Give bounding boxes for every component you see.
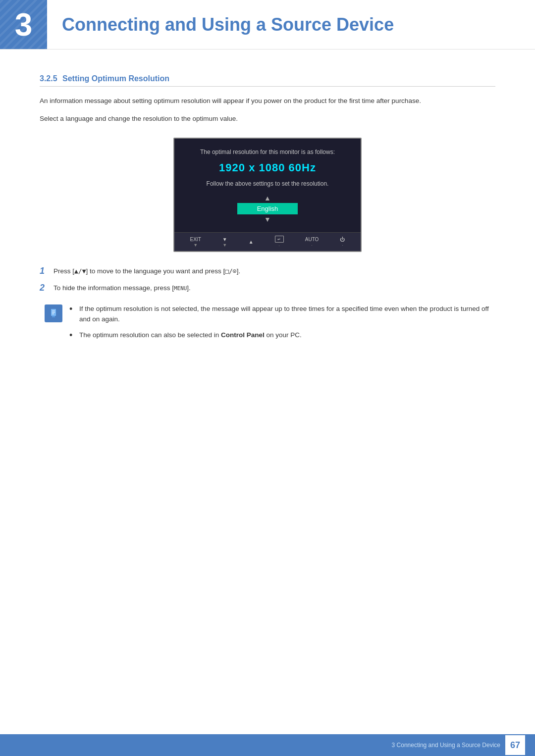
control-panel-bold: Control Panel <box>221 331 265 339</box>
page-footer: 3 Connecting and Using a Source Device 6… <box>0 734 535 756</box>
dialog-footer-up: ▲ <box>249 239 254 245</box>
step-2-text: To hide the information message, press [… <box>54 283 191 294</box>
intro-paragraph-1: An information message about setting opt… <box>40 96 495 106</box>
dialog-body: The optimal resolution for this monitor … <box>174 139 361 232</box>
dialog-footer-down: ▼ ▼ <box>222 237 227 248</box>
dialog-language-bar: English <box>184 203 351 215</box>
dialog-footer-enter: ↵ · <box>275 236 284 248</box>
note-bullet-1: • If the optimum resolution is not selec… <box>69 303 495 325</box>
monitor-dialog: The optimal resolution for this monitor … <box>173 138 362 252</box>
chapter-number: 3 <box>15 9 33 41</box>
power-icon: ⏻ <box>340 237 345 242</box>
dialog-footer-power: ⏻ · <box>340 237 345 248</box>
step-1: 1 Press [▲/▼] to move to the language yo… <box>40 266 495 277</box>
step-1-text: Press [▲/▼] to move to the language you … <box>54 266 240 277</box>
intro-paragraph-2: Select a language and change the resolut… <box>40 113 495 124</box>
page-header: 3 Connecting and Using a Source Device <box>0 0 535 50</box>
step-2: 2 To hide the information message, press… <box>40 283 495 294</box>
bullet-dot-2: • <box>69 330 77 341</box>
bullet-dot-1: • <box>69 303 77 315</box>
main-content: 3.2.5 Setting Optimum Resolution An info… <box>0 50 535 386</box>
enter-icon: ↵ <box>275 236 284 243</box>
dialog-footer-auto-label: AUTO <box>305 237 319 242</box>
step-2-number: 2 <box>40 283 54 293</box>
chapter-number-block: 3 <box>0 0 47 49</box>
dialog-follow-text: Follow the above settings to set the res… <box>184 180 351 187</box>
monitor-dialog-container: The optimal resolution for this monitor … <box>40 138 495 252</box>
dialog-description: The optimal resolution for this monitor … <box>184 149 351 155</box>
chapter-title-text: Connecting and Using a Source Device <box>62 14 394 35</box>
dialog-footer-auto: AUTO · <box>305 237 319 248</box>
pencil-icon <box>48 307 59 319</box>
note-bullets: • If the optimum resolution is not selec… <box>69 303 495 347</box>
footer-chapter-label: 3 Connecting and Using a Source Device <box>392 742 500 749</box>
note-block: • If the optimum resolution is not selec… <box>45 303 495 347</box>
steps-list: 1 Press [▲/▼] to move to the language yo… <box>40 266 495 294</box>
step-1-keys: ▲/▼ <box>74 267 86 275</box>
dialog-arrow-down: ▼ <box>184 215 351 223</box>
chapter-title-area: Connecting and Using a Source Device <box>47 0 535 49</box>
dialog-resolution: 1920 x 1080 60Hz <box>184 161 351 174</box>
dialog-language-selected: English <box>237 203 298 214</box>
section-heading: 3.2.5 Setting Optimum Resolution <box>40 74 495 87</box>
dialog-footer-exit-label: EXIT <box>190 237 201 242</box>
step-1-keys2: □/⊙ <box>225 267 236 275</box>
dialog-footer: EXIT ▼ ▼ ▼ ▲ ↵ · AUTO · <box>174 232 361 251</box>
dialog-footer-exit: EXIT ▼ <box>190 237 201 248</box>
svg-rect-1 <box>52 316 55 317</box>
dialog-footer-up-icon: ▲ <box>249 239 254 245</box>
step-2-key: MENU <box>174 284 187 292</box>
section-number: 3.2.5 <box>40 74 57 83</box>
dialog-arrow-up: ▲ <box>184 194 351 202</box>
section-title: Setting Optimum Resolution <box>62 74 169 83</box>
step-1-number: 1 <box>40 266 54 276</box>
note-icon <box>45 304 62 322</box>
footer-page-number: 67 <box>505 735 525 755</box>
note-bullet-1-text: If the optimum resolution is not selecte… <box>79 303 495 325</box>
note-bullet-2-text: The optimum resolution can also be selec… <box>79 330 302 341</box>
dialog-footer-down-icon: ▼ <box>222 237 227 242</box>
note-bullet-2: • The optimum resolution can also be sel… <box>69 330 495 341</box>
